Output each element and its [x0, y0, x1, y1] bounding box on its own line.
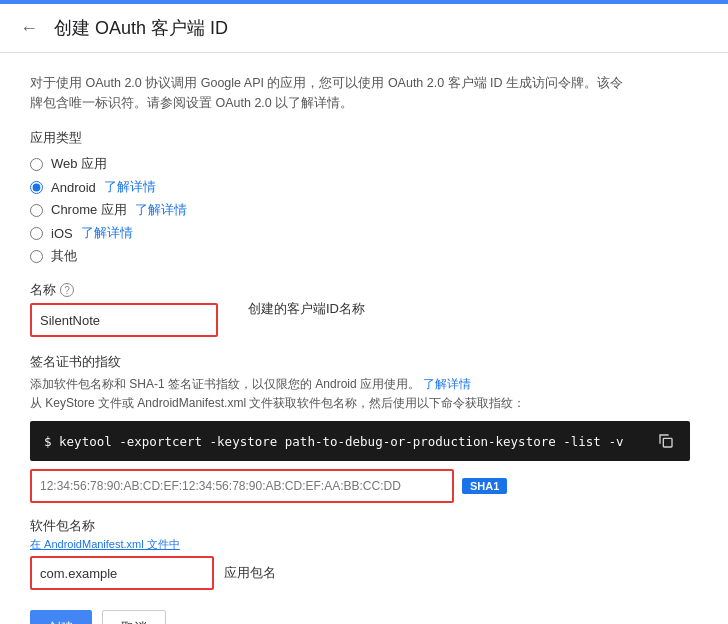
main-content: 对于使用 OAuth 2.0 协议调用 Google API 的应用，您可以使用…	[0, 53, 728, 624]
signing-learn-more-link[interactable]: 了解详情	[423, 377, 471, 391]
package-hint-link[interactable]: 在 AndroidManifest.xml 文件中	[30, 537, 698, 552]
description-text: 对于使用 OAuth 2.0 协议调用 Google API 的应用，您可以使用…	[30, 73, 630, 113]
radio-android[interactable]	[30, 181, 43, 194]
app-type-label: 应用类型	[30, 129, 698, 147]
app-type-section: 应用类型 Web 应用 Android 了解详情 Chrome 应用 了解详情 …	[30, 129, 698, 265]
signing-desc-line2: 从 KeyStore 文件或 AndroidManifest.xml 文件获取软…	[30, 396, 525, 410]
package-label: 软件包名称	[30, 517, 698, 535]
radio-other-label: 其他	[51, 247, 77, 265]
package-input[interactable]	[32, 558, 212, 588]
radio-web-label: Web 应用	[51, 155, 107, 173]
name-field-group: 名称 ?	[30, 281, 218, 337]
header: ← 创建 OAuth 客户端 ID	[0, 4, 728, 53]
name-label: 名称 ?	[30, 281, 218, 299]
package-section: 软件包名称 在 AndroidManifest.xml 文件中 应用包名	[30, 517, 698, 590]
signing-section: 签名证书的指纹 添加软件包名称和 SHA-1 签名证书指纹，以仅限您的 Andr…	[30, 353, 698, 503]
radio-web[interactable]	[30, 158, 43, 171]
name-annotation: 创建的客户端ID名称	[248, 300, 365, 318]
page-title: 创建 OAuth 客户端 ID	[54, 16, 228, 40]
radio-chrome-label: Chrome 应用	[51, 201, 127, 219]
sha-input[interactable]	[32, 471, 452, 501]
radio-chrome[interactable]	[30, 204, 43, 217]
package-input-wrapper	[30, 556, 214, 590]
name-input-wrapper	[30, 303, 218, 337]
radio-item-web: Web 应用	[30, 155, 698, 173]
radio-item-android: Android 了解详情	[30, 178, 698, 196]
android-learn-more-link[interactable]: 了解详情	[104, 178, 156, 196]
back-button[interactable]: ←	[20, 18, 38, 39]
package-row: 应用包名	[30, 556, 698, 590]
radio-ios-label: iOS	[51, 226, 73, 241]
command-box: $ keytool -exportcert -keystore path-to-…	[30, 421, 690, 461]
radio-item-other: 其他	[30, 247, 698, 265]
sha-row: SHA1	[30, 469, 698, 503]
name-help-icon[interactable]: ?	[60, 283, 74, 297]
command-text: $ keytool -exportcert -keystore path-to-…	[44, 434, 623, 449]
signing-label: 签名证书的指纹	[30, 353, 698, 371]
chrome-learn-more-link[interactable]: 了解详情	[135, 201, 187, 219]
copy-command-icon[interactable]	[656, 431, 676, 451]
name-input[interactable]	[32, 305, 216, 335]
button-row: 创建 取消	[30, 610, 698, 624]
ios-learn-more-link[interactable]: 了解详情	[81, 224, 133, 242]
name-row: 名称 ? 创建的客户端ID名称	[30, 281, 698, 337]
svg-rect-0	[663, 439, 672, 448]
radio-ios[interactable]	[30, 227, 43, 240]
create-button[interactable]: 创建	[30, 610, 92, 624]
radio-item-chrome: Chrome 应用 了解详情	[30, 201, 698, 219]
app-type-radio-group: Web 应用 Android 了解详情 Chrome 应用 了解详情 iOS 了…	[30, 155, 698, 265]
radio-other[interactable]	[30, 250, 43, 263]
package-annotation: 应用包名	[224, 564, 276, 582]
cancel-button[interactable]: 取消	[102, 610, 166, 624]
sha-badge: SHA1	[462, 478, 507, 494]
sha-input-wrapper	[30, 469, 454, 503]
radio-item-ios: iOS 了解详情	[30, 224, 698, 242]
signing-desc-line1: 添加软件包名称和 SHA-1 签名证书指纹，以仅限您的 Android 应用使用…	[30, 377, 420, 391]
signing-desc: 添加软件包名称和 SHA-1 签名证书指纹，以仅限您的 Android 应用使用…	[30, 375, 610, 413]
radio-android-label: Android	[51, 180, 96, 195]
